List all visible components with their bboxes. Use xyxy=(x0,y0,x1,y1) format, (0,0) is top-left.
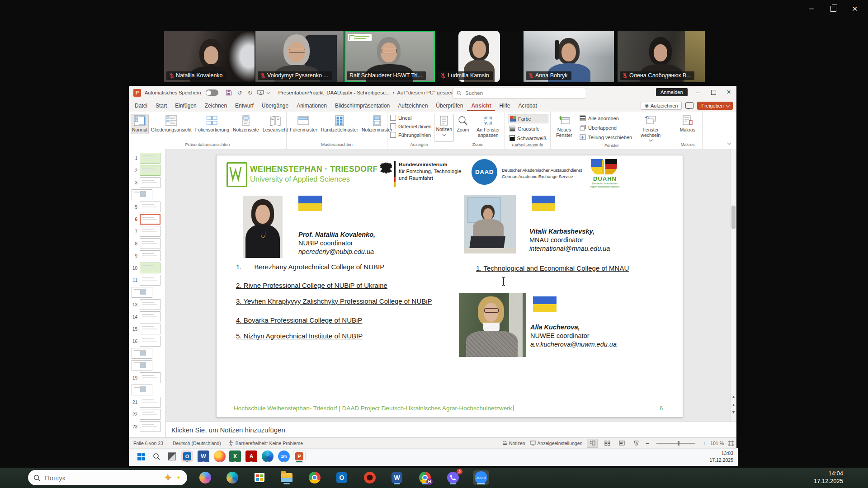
restore-icon[interactable] xyxy=(828,4,838,14)
tab-ansicht[interactable]: Ansicht xyxy=(467,100,495,111)
slide-area-scrollbar[interactable]: ▲ ▲ ▼ xyxy=(730,149,736,422)
save-icon[interactable] xyxy=(226,89,232,96)
search-input[interactable] xyxy=(464,90,582,96)
slide-thumb-row[interactable]: 4 xyxy=(129,189,165,201)
zoom-app-icon[interactable]: zoom xyxy=(473,470,489,485)
participant-video[interactable]: Anna Bobryk xyxy=(524,31,614,82)
notes-page-button[interactable]: Notizenseite xyxy=(231,114,260,134)
colorful-app-icon[interactable] xyxy=(225,470,240,485)
slide-thumbnail[interactable] xyxy=(132,189,152,200)
participant-video[interactable]: Nataliia Kovalenko xyxy=(164,31,255,82)
taskbar-clock[interactable]: 14:04 17.12.2025 xyxy=(814,470,843,485)
microsoft-store-icon[interactable] xyxy=(252,470,267,485)
zoom-out-icon[interactable]: – xyxy=(646,440,649,446)
slide-thumbnail[interactable] xyxy=(140,214,160,225)
language-status[interactable]: Deutsch (Deutschland) xyxy=(173,441,221,446)
tab-zeichnen[interactable]: Zeichnen xyxy=(201,100,231,111)
lineal-checkbox[interactable]: Lineal xyxy=(390,114,431,122)
remote-search-icon[interactable] xyxy=(151,450,162,462)
tab-animationen[interactable]: Animationen xyxy=(292,100,331,111)
slide-thumbnail[interactable] xyxy=(132,348,152,359)
color-button[interactable]: Farbe xyxy=(508,114,548,123)
slide-thumb-row[interactable]: 13 xyxy=(129,299,165,310)
accessibility-status[interactable]: Barrierefreiheit: Keine Probleme xyxy=(236,441,303,446)
remote-desktop-icon[interactable] xyxy=(166,450,178,462)
black-white-button[interactable]: Schwarzweiß xyxy=(508,134,548,142)
arrange-all-button[interactable]: Alle anordnen xyxy=(578,114,634,122)
red-browser-icon[interactable] xyxy=(363,470,377,485)
outline-view-button[interactable]: Gliederungsansicht xyxy=(150,114,193,134)
slide-thumb-row[interactable]: 3 xyxy=(129,177,165,188)
ppt-restore-icon[interactable] xyxy=(706,86,721,99)
display-settings-button[interactable]: Anzeigeeinstellungen xyxy=(530,441,583,446)
slide-thumbnail[interactable] xyxy=(140,202,160,212)
slide-canvas[interactable]: WEIHENSTEPHAN · TRIESDORF University of … xyxy=(216,155,683,418)
outlook-icon[interactable]: O xyxy=(335,470,349,485)
slide-thumbnail[interactable] xyxy=(140,250,160,261)
move-split-button[interactable]: Teilung verschieben xyxy=(578,133,634,141)
share-button[interactable]: Freigeben xyxy=(697,102,733,110)
previous-slide-icon[interactable]: ▲ xyxy=(731,402,736,408)
remote-edge-icon[interactable] xyxy=(262,450,274,462)
slide-thumb-row[interactable]: 11 xyxy=(129,274,165,286)
tab-ueberpruefen[interactable]: Überprüfen xyxy=(432,100,467,111)
remote-clock[interactable]: 13:03 17.12.2025 xyxy=(709,450,733,464)
grayscale-button[interactable]: Graustufe xyxy=(508,124,548,133)
scroll-up-icon[interactable]: ▲ xyxy=(731,394,736,400)
slideshow-from-beginning-icon[interactable] xyxy=(257,90,264,96)
zoom-slider[interactable] xyxy=(656,443,695,444)
search-bar[interactable] xyxy=(453,88,586,99)
close-icon[interactable]: × xyxy=(850,4,860,14)
tab-aufzeichnen[interactable]: Aufzeichnen xyxy=(394,100,432,111)
ppt-minimize-icon[interactable]: – xyxy=(690,86,706,99)
chrome-profile-icon[interactable]: H xyxy=(418,470,432,485)
notes-pane[interactable]: Klicken Sie, um Notizen hinzuzufügen xyxy=(166,422,736,437)
slide-thumbnail[interactable] xyxy=(140,177,160,188)
slide-thumb-row[interactable]: 23 xyxy=(129,421,165,432)
anzeigen-dialog-launcher-icon[interactable] xyxy=(445,143,450,148)
slide-thumb-row[interactable]: 12 xyxy=(129,286,165,298)
slide-master-button[interactable]: Folienmaster xyxy=(288,114,319,134)
undo-icon[interactable]: ↺ xyxy=(237,89,242,96)
slide-thumb-row[interactable]: 5 xyxy=(129,201,165,213)
slide-thumbnail[interactable] xyxy=(140,263,160,273)
tab-bildschirmpraesentation[interactable]: Bildschirmpräsentation xyxy=(331,100,394,111)
reading-view-toggle[interactable] xyxy=(617,439,627,447)
slide-thumb-row[interactable]: 6 xyxy=(129,213,165,225)
taskbar-search[interactable]: ✦ ✦ xyxy=(28,470,187,485)
remote-powerpoint-icon[interactable]: P xyxy=(293,450,305,462)
slide-thumb-row[interactable]: 2 xyxy=(129,164,165,176)
tab-acrobat[interactable]: Acrobat xyxy=(514,100,541,111)
slide-thumb-row[interactable]: 21 xyxy=(129,396,165,408)
normal-view-toggle[interactable] xyxy=(587,439,598,448)
slide-thumb-row[interactable]: 7 xyxy=(129,225,165,237)
participant-video[interactable]: Ludmilla Kamsin xyxy=(436,31,523,82)
slide-thumbnail[interactable] xyxy=(140,299,160,310)
zoom-level[interactable]: 101 % xyxy=(710,441,724,446)
redo-icon[interactable]: ↻ xyxy=(248,89,253,96)
participant-video[interactable]: Volodymyr Pysarenko ... xyxy=(255,31,344,82)
zoom-in-icon[interactable]: + xyxy=(703,440,706,446)
slide-thumb-row[interactable]: 20 xyxy=(129,384,165,396)
new-window-button[interactable]: Neues Fenster xyxy=(552,114,576,143)
participant-video-active-speaker[interactable]: Ralf Schlauderer HSWT Tri... xyxy=(344,31,435,82)
viber-icon[interactable]: 2 xyxy=(446,470,460,485)
notes-toggle[interactable]: Notizen xyxy=(502,441,525,446)
slide-thumb-row[interactable]: 18 xyxy=(129,360,165,371)
slide-thumbnail[interactable] xyxy=(140,311,160,322)
slide-thumbnail[interactable] xyxy=(140,238,160,249)
slide-thumbnail[interactable] xyxy=(140,372,160,383)
slide-thumb-row[interactable]: 17 xyxy=(129,347,165,359)
slide-thumbnail[interactable] xyxy=(140,275,160,286)
file-explorer-icon[interactable] xyxy=(279,470,294,485)
fit-slide-icon[interactable] xyxy=(728,441,734,446)
reading-view-button[interactable]: Leseansicht xyxy=(261,114,289,134)
zoom-slider-knob[interactable] xyxy=(678,441,679,446)
remote-firefox-icon[interactable] xyxy=(214,450,226,462)
tab-datei[interactable]: Datei xyxy=(131,100,151,111)
slide-thumbnail[interactable] xyxy=(132,385,152,395)
fit-to-window-button[interactable]: An Fenster anpassen xyxy=(474,114,503,139)
slide-thumb-row[interactable]: 14 xyxy=(129,311,165,323)
slide-thumb-row[interactable]: 9 xyxy=(129,250,165,262)
slide-thumb-row[interactable]: 8 xyxy=(129,238,165,249)
